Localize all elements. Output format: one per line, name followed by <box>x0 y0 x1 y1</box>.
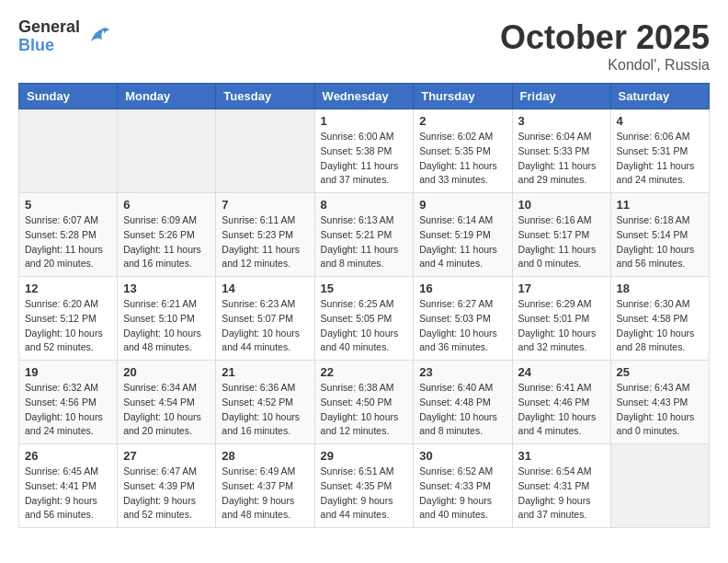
day-info: Sunrise: 6:41 AMSunset: 4:46 PMDaylight:… <box>518 381 605 439</box>
day-number: 4 <box>617 114 703 128</box>
day-number: 16 <box>419 282 506 295</box>
calendar-cell: 18Sunrise: 6:30 AMSunset: 4:58 PMDayligh… <box>610 277 709 361</box>
weekday-header-friday: Friday <box>512 84 610 109</box>
day-number: 26 <box>25 449 111 463</box>
day-number: 10 <box>518 198 605 212</box>
day-number: 27 <box>123 449 210 463</box>
day-number: 12 <box>25 282 111 295</box>
day-number: 24 <box>518 365 605 379</box>
calendar-cell: 12Sunrise: 6:20 AMSunset: 5:12 PMDayligh… <box>19 277 118 361</box>
day-number: 25 <box>617 365 703 379</box>
logo: General Blue <box>18 18 111 55</box>
calendar-cell: 15Sunrise: 6:25 AMSunset: 5:05 PMDayligh… <box>314 277 414 361</box>
day-info: Sunrise: 6:18 AMSunset: 5:14 PMDaylight:… <box>617 213 703 271</box>
day-info: Sunrise: 6:34 AMSunset: 4:54 PMDaylight:… <box>123 381 210 439</box>
calendar-cell: 20Sunrise: 6:34 AMSunset: 4:54 PMDayligh… <box>118 361 216 444</box>
day-info: Sunrise: 6:07 AMSunset: 5:28 PMDaylight:… <box>25 213 111 271</box>
calendar-cell: 23Sunrise: 6:40 AMSunset: 4:48 PMDayligh… <box>414 361 512 444</box>
day-info: Sunrise: 6:51 AMSunset: 4:35 PMDaylight:… <box>321 465 408 523</box>
day-info: Sunrise: 6:52 AMSunset: 4:33 PMDaylight:… <box>419 465 506 523</box>
calendar-cell <box>216 109 314 193</box>
calendar-week-1: 1Sunrise: 6:00 AMSunset: 5:38 PMDaylight… <box>19 109 710 193</box>
calendar-cell: 7Sunrise: 6:11 AMSunset: 5:23 PMDaylight… <box>216 193 314 277</box>
day-number: 23 <box>419 365 506 379</box>
calendar-week-2: 5Sunrise: 6:07 AMSunset: 5:28 PMDaylight… <box>19 193 710 277</box>
weekday-header-row: SundayMondayTuesdayWednesdayThursdayFrid… <box>19 84 710 109</box>
day-number: 20 <box>123 365 210 379</box>
calendar-cell: 30Sunrise: 6:52 AMSunset: 4:33 PMDayligh… <box>414 444 512 528</box>
calendar-cell: 16Sunrise: 6:27 AMSunset: 5:03 PMDayligh… <box>414 277 512 361</box>
weekday-header-wednesday: Wednesday <box>314 84 414 109</box>
calendar-cell: 10Sunrise: 6:16 AMSunset: 5:17 PMDayligh… <box>512 193 610 277</box>
day-info: Sunrise: 6:14 AMSunset: 5:19 PMDaylight:… <box>419 213 506 271</box>
calendar-cell: 3Sunrise: 6:04 AMSunset: 5:33 PMDaylight… <box>512 109 610 193</box>
day-number: 29 <box>321 449 408 463</box>
day-number: 30 <box>419 449 506 463</box>
day-number: 6 <box>123 198 210 212</box>
day-info: Sunrise: 6:54 AMSunset: 4:31 PMDaylight:… <box>518 465 605 523</box>
day-info: Sunrise: 6:43 AMSunset: 4:43 PMDaylight:… <box>617 381 703 439</box>
calendar-cell <box>118 109 216 193</box>
calendar-cell: 9Sunrise: 6:14 AMSunset: 5:19 PMDaylight… <box>414 193 512 277</box>
calendar-cell: 8Sunrise: 6:13 AMSunset: 5:21 PMDaylight… <box>314 193 414 277</box>
day-number: 21 <box>222 365 308 379</box>
day-number: 1 <box>321 114 408 128</box>
calendar-cell <box>19 109 118 193</box>
day-info: Sunrise: 6:27 AMSunset: 5:03 PMDaylight:… <box>419 297 506 355</box>
weekday-header-thursday: Thursday <box>414 84 512 109</box>
calendar-cell: 21Sunrise: 6:36 AMSunset: 4:52 PMDayligh… <box>216 361 314 444</box>
calendar-week-3: 12Sunrise: 6:20 AMSunset: 5:12 PMDayligh… <box>19 277 710 361</box>
weekday-header-tuesday: Tuesday <box>216 84 314 109</box>
day-info: Sunrise: 6:16 AMSunset: 5:17 PMDaylight:… <box>518 213 605 271</box>
day-number: 22 <box>321 365 408 379</box>
day-info: Sunrise: 6:49 AMSunset: 4:37 PMDaylight:… <box>222 465 308 523</box>
day-info: Sunrise: 6:02 AMSunset: 5:35 PMDaylight:… <box>419 130 506 188</box>
day-info: Sunrise: 6:29 AMSunset: 5:01 PMDaylight:… <box>518 297 605 355</box>
calendar-cell: 28Sunrise: 6:49 AMSunset: 4:37 PMDayligh… <box>216 444 314 528</box>
day-info: Sunrise: 6:25 AMSunset: 5:05 PMDaylight:… <box>321 297 408 355</box>
day-number: 31 <box>518 449 605 463</box>
day-info: Sunrise: 6:30 AMSunset: 4:58 PMDaylight:… <box>617 297 703 355</box>
calendar-week-4: 19Sunrise: 6:32 AMSunset: 4:56 PMDayligh… <box>19 361 710 444</box>
day-info: Sunrise: 6:38 AMSunset: 4:50 PMDaylight:… <box>321 381 408 439</box>
day-info: Sunrise: 6:36 AMSunset: 4:52 PMDaylight:… <box>222 381 308 439</box>
logo-general-text: General <box>18 18 80 37</box>
day-info: Sunrise: 6:47 AMSunset: 4:39 PMDaylight:… <box>123 465 210 523</box>
calendar-cell: 19Sunrise: 6:32 AMSunset: 4:56 PMDayligh… <box>19 361 118 444</box>
location-title: Kondol', Russia <box>500 57 710 74</box>
day-info: Sunrise: 6:04 AMSunset: 5:33 PMDaylight:… <box>518 130 605 188</box>
day-info: Sunrise: 6:13 AMSunset: 5:21 PMDaylight:… <box>321 213 408 271</box>
calendar-cell: 26Sunrise: 6:45 AMSunset: 4:41 PMDayligh… <box>19 444 118 528</box>
day-info: Sunrise: 6:00 AMSunset: 5:38 PMDaylight:… <box>321 130 408 188</box>
weekday-header-sunday: Sunday <box>19 84 118 109</box>
day-number: 14 <box>222 282 308 295</box>
logo-bird-icon <box>84 21 111 52</box>
calendar-cell: 22Sunrise: 6:38 AMSunset: 4:50 PMDayligh… <box>314 361 414 444</box>
calendar-cell: 4Sunrise: 6:06 AMSunset: 5:31 PMDaylight… <box>610 109 709 193</box>
calendar-cell: 13Sunrise: 6:21 AMSunset: 5:10 PMDayligh… <box>118 277 216 361</box>
day-info: Sunrise: 6:11 AMSunset: 5:23 PMDaylight:… <box>222 213 308 271</box>
day-info: Sunrise: 6:32 AMSunset: 4:56 PMDaylight:… <box>25 381 111 439</box>
calendar-cell: 31Sunrise: 6:54 AMSunset: 4:31 PMDayligh… <box>512 444 610 528</box>
calendar-week-5: 26Sunrise: 6:45 AMSunset: 4:41 PMDayligh… <box>19 444 710 528</box>
day-number: 15 <box>321 282 408 295</box>
day-number: 5 <box>25 198 111 212</box>
weekday-header-monday: Monday <box>118 84 216 109</box>
day-number: 17 <box>518 282 605 295</box>
day-info: Sunrise: 6:21 AMSunset: 5:10 PMDaylight:… <box>123 297 210 355</box>
calendar-cell: 29Sunrise: 6:51 AMSunset: 4:35 PMDayligh… <box>314 444 414 528</box>
header: General Blue October 2025 Kondol', Russi… <box>18 18 710 74</box>
calendar-cell: 14Sunrise: 6:23 AMSunset: 5:07 PMDayligh… <box>216 277 314 361</box>
title-area: October 2025 Kondol', Russia <box>500 18 710 74</box>
day-info: Sunrise: 6:40 AMSunset: 4:48 PMDaylight:… <box>419 381 506 439</box>
day-number: 8 <box>321 198 408 212</box>
day-number: 19 <box>25 365 111 379</box>
day-number: 13 <box>123 282 210 295</box>
day-info: Sunrise: 6:23 AMSunset: 5:07 PMDaylight:… <box>222 297 308 355</box>
day-number: 2 <box>419 114 506 128</box>
day-number: 11 <box>617 198 703 212</box>
calendar-cell: 11Sunrise: 6:18 AMSunset: 5:14 PMDayligh… <box>610 193 709 277</box>
calendar-cell: 2Sunrise: 6:02 AMSunset: 5:35 PMDaylight… <box>414 109 512 193</box>
logo-blue-text: Blue <box>18 37 80 55</box>
calendar-cell: 27Sunrise: 6:47 AMSunset: 4:39 PMDayligh… <box>118 444 216 528</box>
